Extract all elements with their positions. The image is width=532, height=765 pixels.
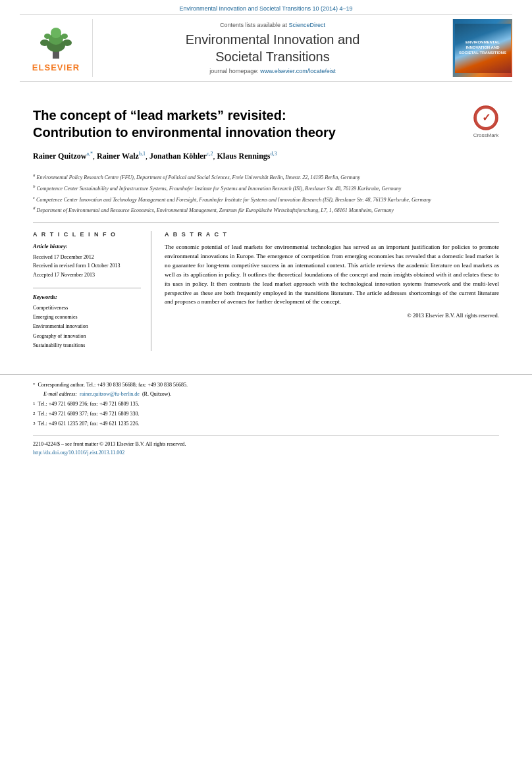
two-column-section: A R T I C L E I N F O Article history: R… [33,231,499,351]
accepted-date: Accepted 17 November 2013 [33,271,141,280]
affiliation-c: c Competence Center Innovation and Techn… [33,194,499,204]
svg-point-5 [63,40,72,46]
journal-homepage-line: journal homepage: www.elsevier.com/locat… [99,68,446,74]
received-date: Received 17 December 2012 [33,253,141,262]
affiliation-d: d Department of Environmental and Resour… [33,205,499,215]
email-note: E-mail address: rainer.quitzow@fu-berlin… [33,390,499,399]
affiliations-block: a Environmental Policy Research Centre (… [33,172,499,215]
svg-point-3 [51,28,61,38]
keyword-5: Sustainability transitions [33,341,141,350]
revised-date: Received in revised form 1 October 2013 [33,261,141,271]
corresponding-text: Corresponding author. Tel.: +49 30 838 5… [38,381,188,390]
crossmark-icon: ✓ [473,105,499,131]
doi-link[interactable]: http://dx.doi.org/10.1016/j.eist.2013.11… [33,450,499,456]
copyright-line: © 2013 Elsevier B.V. All rights reserved… [165,312,499,319]
section-divider [33,223,499,223]
note-1: 1 Tel.: +49 721 6809 236; fax: +49 721 6… [33,400,499,409]
note-2: 2 Tel.: +49 721 6809 377; fax: +49 721 6… [33,410,499,419]
article-title: The concept of “lead markets” revisited:… [33,107,356,141]
svg-point-7 [61,34,68,39]
svg-point-6 [44,34,51,39]
footer-notes: * Corresponding author. Tel.: +49 30 838… [33,381,499,429]
keyword-1: Competitiveness [33,303,141,313]
email-link[interactable]: rainer.quitzow@fu-berlin.de [80,390,140,399]
corresponding-note: * Corresponding author. Tel.: +49 30 838… [33,381,499,390]
abstract-text: The economic potential of lead markets f… [165,243,499,307]
keyword-2: Emerging economies [33,313,141,322]
journal-title-header: Environmental Innovation and Societal Tr… [99,31,446,65]
article-info-heading: A R T I C L E I N F O [33,231,141,238]
elsevier-logo: ELSEVIER [32,24,80,72]
contents-available-line: Contents lists available at ScienceDirec… [99,22,446,28]
journal-cover-thumbnail: ENVIRONMENTAL INNOVATION AND SOCIETAL TR… [453,19,512,77]
sciencedirect-link[interactable]: ScienceDirect [289,22,326,28]
author-walz: Rainer Walz [97,151,139,161]
keywords-list: Competitiveness Emerging economies Envir… [33,303,141,351]
issn-line: 2210-4224/$ – see front matter © 2013 El… [33,441,499,447]
elsevier-wordmark: ELSEVIER [32,63,80,72]
svg-text:✓: ✓ [482,112,491,123]
note-3: 3 Tel.: +49 621 1235 207; fax: +49 621 1… [33,420,499,429]
journal-citation: Environmental Innovation and Societal Tr… [0,0,532,14]
header-banner: ELSEVIER Contents lists available at Sci… [20,14,512,82]
article-dates: Received 17 December 2012 Received in re… [33,253,141,280]
crossmark-label: CrossMark [473,132,499,138]
affiliation-a: a Environmental Policy Research Centre (… [33,172,499,182]
author-rennings: Klaus Rennings [217,151,270,161]
keyword-4: Geography of innovation [33,332,141,341]
svg-point-4 [40,40,49,46]
author-quitzow: Rainer Quitzow [33,151,86,161]
keyword-3: Environmental innovation [33,322,141,331]
main-content: ✓ CrossMark The concept of “lead markets… [0,82,532,361]
abstract-heading: A B S T R A C T [165,231,499,238]
email-label: E-mail address: [43,390,77,399]
elsevier-logo-container: ELSEVIER [20,19,92,77]
cover-image: ENVIRONMENTAL INNOVATION AND SOCIETAL TR… [455,24,511,73]
left-col-divider [33,288,141,288]
affiliation-b: b Competence Center Sustainability and I… [33,183,499,193]
elsevier-tree-icon [33,24,79,61]
authors-line: Rainer Quitzowa,*, Rainer Walzb,1, Jonat… [33,150,499,163]
article-history-label: Article history: [33,243,141,250]
journal-header-center: Contents lists available at ScienceDirec… [92,19,453,77]
homepage-url[interactable]: www.elsevier.com/locate/eist [260,68,336,74]
abstract-column: A B S T R A C T The economic potential o… [165,231,499,351]
author-kohler: Jonathan Köhler [149,151,207,161]
footer: * Corresponding author. Tel.: +49 30 838… [0,374,532,462]
email-attribution: (R. Quitzow). [142,390,171,399]
crossmark-badge[interactable]: ✓ CrossMark [473,105,499,138]
cover-text: ENVIRONMENTAL INNOVATION AND SOCIETAL TR… [455,38,511,58]
page: Environmental Innovation and Societal Tr… [0,0,532,765]
footer-bottom: 2210-4224/$ – see front matter © 2013 El… [33,435,499,456]
article-info-column: A R T I C L E I N F O Article history: R… [33,231,151,351]
journal-citation-text: Environmental Innovation and Societal Tr… [179,5,352,12]
keywords-label: Keywords: [33,294,141,300]
